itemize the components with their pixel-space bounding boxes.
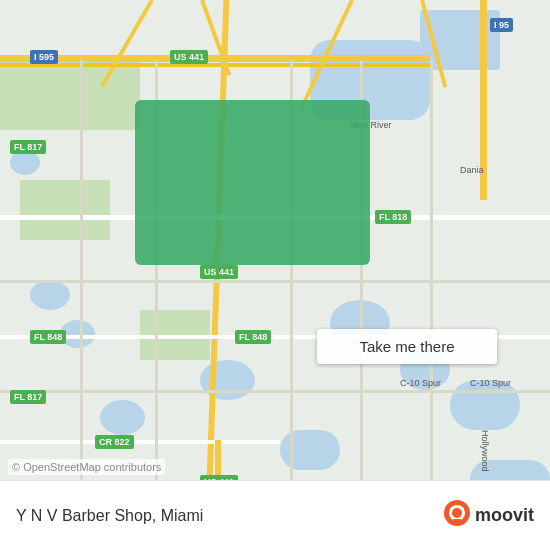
moovit-brand-text: moovit [475, 505, 534, 526]
minor-road-v1 [80, 60, 83, 480]
place-name-text: Y N V Barber Shop [16, 507, 152, 524]
hollywood-label: Hollywood [480, 430, 490, 472]
i595-road-2 [0, 63, 430, 67]
fl818-badge: FL 818 [375, 210, 411, 224]
svg-point-2 [452, 508, 462, 518]
c10spur-right-label: C-10 Spur [470, 378, 511, 388]
map-card: Take me there [135, 100, 370, 265]
green-area-2 [20, 180, 110, 240]
minor-road-v5 [430, 60, 433, 480]
moovit-pin-icon [443, 499, 471, 533]
water-body-10 [280, 430, 340, 470]
fl848-right-badge: FL 848 [235, 330, 271, 344]
place-info: Y N V Barber Shop, Miami [16, 507, 203, 525]
place-city-text: Miami [161, 507, 204, 524]
cr822-road [0, 440, 280, 444]
info-bar: Y N V Barber Shop, Miami moovit [0, 480, 550, 550]
water-body-9 [200, 360, 255, 400]
water-body-8 [100, 400, 145, 435]
green-area-1 [0, 60, 140, 130]
fl848-left-badge: FL 848 [30, 330, 66, 344]
osm-attribution: © OpenStreetMap contributors [8, 459, 165, 475]
water-body-6 [30, 280, 70, 310]
map-container: I 595 US 441 I 95 FL 818 FL 848 FL 848 U… [0, 0, 550, 550]
place-name: Y N V Barber Shop, Miami [16, 507, 203, 525]
us441-top-badge: US 441 [170, 50, 208, 64]
i595-badge: I 595 [30, 50, 58, 64]
us441-mid-badge: US 441 [200, 265, 238, 279]
take-me-there-button[interactable]: Take me there [317, 329, 497, 364]
fl817-top-badge: FL 817 [10, 140, 46, 154]
fl817-bottom-badge: FL 817 [10, 390, 46, 404]
cr822-badge: CR 822 [95, 435, 134, 449]
c10spur-left-label: C-10 Spur [400, 378, 441, 388]
i595-road [0, 55, 430, 62]
moovit-logo[interactable]: moovit [443, 499, 534, 533]
i95-badge: I 95 [490, 18, 513, 32]
dania-label: Dania [460, 165, 484, 175]
